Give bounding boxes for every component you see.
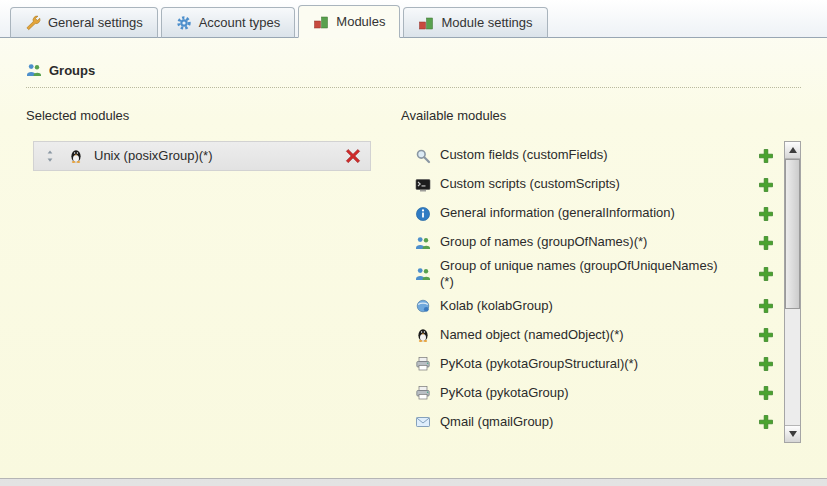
add-icon <box>758 327 774 343</box>
tux-icon <box>415 327 431 343</box>
scroll-up-button[interactable] <box>785 142 800 159</box>
magnifier-icon <box>415 148 431 164</box>
available-module-name: Named object (namedObject)(*) <box>440 327 624 343</box>
add-module-button[interactable] <box>757 205 775 223</box>
available-module-row: General information (generalInformation) <box>401 199 775 228</box>
modules-panel: Groups Selected modules Unix (posixGroup… <box>0 38 827 443</box>
tab-general-settings[interactable]: General settings <box>10 7 158 38</box>
delete-icon <box>345 148 361 164</box>
add-icon <box>758 148 774 164</box>
remove-module-button[interactable] <box>344 147 362 165</box>
add-module-button[interactable] <box>757 384 775 402</box>
available-module-row: Group of unique names (groupOfUniqueName… <box>401 257 775 292</box>
available-module-row: PyKota (pykotaGroupStructural)(*) <box>401 350 775 379</box>
available-module-name: Group of names (groupOfNames)(*) <box>440 234 647 250</box>
available-module-name: Kolab (kolabGroup) <box>440 298 553 314</box>
selected-modules-column: Selected modules Unix (posixGroup)(*) <box>26 108 401 443</box>
tab-label: General settings <box>48 15 143 30</box>
settings-page: General settings Account types Modules M… <box>0 0 827 479</box>
add-module-button[interactable] <box>757 265 775 283</box>
mail-icon <box>415 414 431 430</box>
available-module-name: Group of unique names (groupOfUniqueName… <box>440 258 720 291</box>
scrollbar-thumb[interactable] <box>785 159 800 309</box>
available-modules-label: Available modules <box>401 108 801 123</box>
modules-columns: Selected modules Unix (posixGroup)(*) Av… <box>26 108 801 443</box>
move-handle-icon[interactable] <box>42 148 58 164</box>
available-module-row: Kolab (kolabGroup) <box>401 292 775 321</box>
available-module-row: PyKota (pykotaGroup) <box>401 379 775 408</box>
group-icon <box>415 266 431 282</box>
available-module-row: Custom fields (customFields) <box>401 141 775 170</box>
add-icon <box>758 356 774 372</box>
tab-label: Modules <box>336 14 385 29</box>
available-modules-list: Custom fields (customFields)Custom scrip… <box>401 141 775 437</box>
tab-modules[interactable]: Modules <box>298 5 400 38</box>
available-modules-scrollbar[interactable] <box>784 141 801 443</box>
available-module-row: Group of names (groupOfNames)(*) <box>401 228 775 257</box>
gear-icon <box>176 15 192 31</box>
available-modules-column: Available modules Custom fields (customF… <box>401 108 801 443</box>
scrollbar-track[interactable] <box>785 159 800 425</box>
add-icon <box>758 266 774 282</box>
add-module-button[interactable] <box>757 176 775 194</box>
available-modules-wrap: Custom fields (customFields)Custom scrip… <box>401 141 801 443</box>
tab-account-types[interactable]: Account types <box>161 7 296 38</box>
groups-section-title: Groups <box>26 62 801 88</box>
arrow-down-icon <box>789 431 797 437</box>
tab-label: Account types <box>199 15 281 30</box>
kolab-icon <box>415 298 431 314</box>
scroll-down-button[interactable] <box>785 425 800 442</box>
tux-icon <box>68 148 84 164</box>
modules-blocks-icon <box>418 15 434 31</box>
add-module-button[interactable] <box>757 355 775 373</box>
add-icon <box>758 385 774 401</box>
section-title-text: Groups <box>49 63 95 78</box>
terminal-icon <box>415 177 431 193</box>
modules-blocks-icon <box>313 14 329 30</box>
add-icon <box>758 298 774 314</box>
add-module-button[interactable] <box>757 234 775 252</box>
printer-icon <box>415 385 431 401</box>
tab-label: Module settings <box>441 15 532 30</box>
available-module-row: Custom scripts (customScripts) <box>401 170 775 199</box>
available-module-row: Named object (namedObject)(*) <box>401 321 775 350</box>
selected-modules-list: Unix (posixGroup)(*) <box>26 141 401 171</box>
selected-module-row: Unix (posixGroup)(*) <box>33 141 371 171</box>
available-module-name: Qmail (qmailGroup) <box>440 414 553 430</box>
add-icon <box>758 206 774 222</box>
printer-icon <box>415 356 431 372</box>
available-module-name: Custom fields (customFields) <box>440 147 608 163</box>
tab-module-settings[interactable]: Module settings <box>403 7 547 38</box>
add-module-button[interactable] <box>757 326 775 344</box>
add-icon <box>758 235 774 251</box>
add-icon <box>758 177 774 193</box>
selected-modules-label: Selected modules <box>26 108 401 123</box>
available-module-name: PyKota (pykotaGroupStructural)(*) <box>440 356 638 372</box>
available-module-name: PyKota (pykotaGroup) <box>440 385 569 401</box>
add-module-button[interactable] <box>757 147 775 165</box>
group-icon <box>26 62 42 78</box>
available-module-name: Custom scripts (customScripts) <box>440 176 620 192</box>
info-icon <box>415 206 431 222</box>
arrow-up-icon <box>789 147 797 153</box>
add-module-button[interactable] <box>757 297 775 315</box>
group-icon <box>415 235 431 251</box>
add-module-button[interactable] <box>757 413 775 431</box>
wrench-icon <box>25 15 41 31</box>
add-icon <box>758 414 774 430</box>
available-module-row: Qmail (qmailGroup) <box>401 408 775 437</box>
selected-module-name: Unix (posixGroup)(*) <box>94 148 212 164</box>
tab-bar: General settings Account types Modules M… <box>0 0 827 38</box>
available-module-name: General information (generalInformation) <box>440 205 675 221</box>
